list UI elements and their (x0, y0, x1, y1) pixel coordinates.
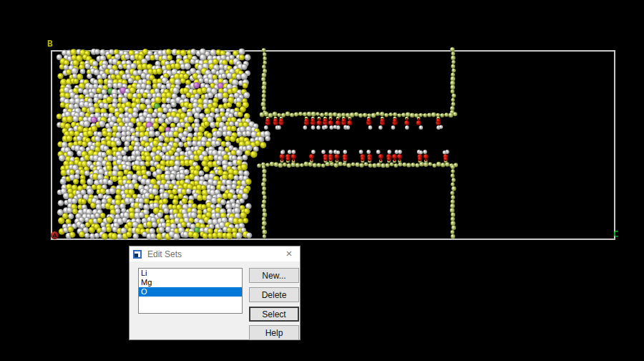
dialog-titlebar[interactable]: Edit Sets × (130, 246, 300, 261)
close-icon[interactable]: × (278, 246, 300, 261)
molecular-scene-canvas[interactable] (0, 0, 644, 361)
list-item-li[interactable]: Li (139, 269, 242, 278)
dialog-title: Edit Sets (147, 249, 182, 259)
select-button[interactable]: Select (249, 307, 299, 322)
sets-listbox[interactable]: Li Mg O (138, 268, 243, 314)
list-item-mg[interactable]: Mg (139, 278, 242, 287)
cell-corner-label-c: C (613, 228, 619, 239)
list-item-o[interactable]: O (139, 287, 242, 297)
delete-button[interactable]: Delete (249, 287, 299, 302)
app-viewport: B C A Edit Sets × Li Mg O New... Delete … (0, 0, 644, 361)
window-icon (133, 250, 142, 259)
cell-corner-label-b: B (47, 38, 53, 49)
edit-sets-dialog: Edit Sets × Li Mg O New... Delete Select… (129, 246, 301, 340)
new-button[interactable]: New... (249, 268, 299, 283)
cell-origin-marker: A (51, 231, 59, 239)
help-button[interactable]: Help (249, 325, 299, 340)
